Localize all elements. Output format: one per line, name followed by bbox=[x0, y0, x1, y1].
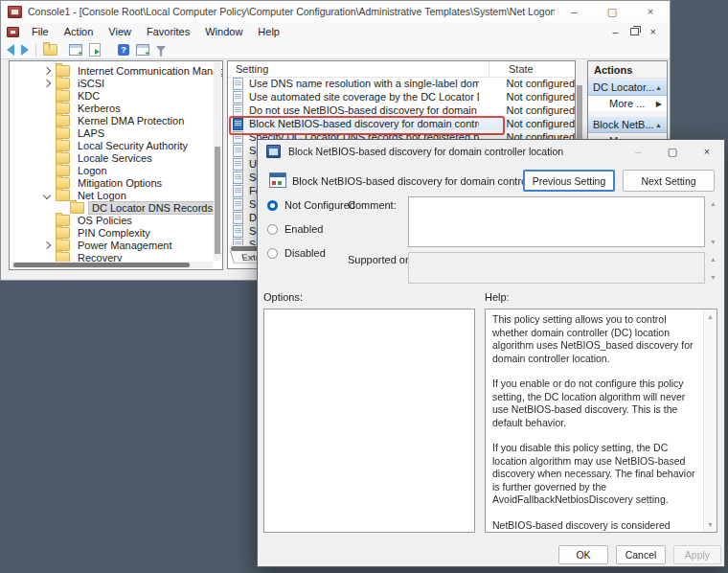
chevron-right-icon[interactable] bbox=[43, 79, 51, 86]
menu-favorites[interactable]: Favorites bbox=[139, 26, 197, 37]
policy-document-icon bbox=[233, 198, 243, 211]
tree-item-mitigation-options[interactable]: Mitigation Options bbox=[10, 176, 165, 189]
tree-item-label: Net Logon bbox=[75, 190, 129, 201]
menu-bar: FileActionViewFavoritesWindowHelp – × bbox=[1, 22, 670, 42]
tree-item-label: Logon bbox=[75, 165, 110, 176]
policy-document-icon bbox=[233, 91, 243, 103]
scroll-down-icon[interactable]: ▼ bbox=[710, 239, 717, 245]
menu-help[interactable]: Help bbox=[250, 26, 287, 37]
minimize-icon[interactable]: – bbox=[555, 1, 593, 22]
setting-state: Not configured bbox=[479, 78, 575, 89]
tree-item-label: Internet Communication Managem bbox=[75, 65, 223, 77]
radio-button-icon[interactable] bbox=[267, 248, 278, 259]
menu-action[interactable]: Action bbox=[57, 26, 102, 37]
maximize-icon[interactable]: ▢ bbox=[593, 1, 631, 22]
menu-file[interactable]: File bbox=[24, 26, 57, 37]
setting-row[interactable]: Do not use NetBIOS-based discovery for d… bbox=[228, 103, 575, 117]
previous-setting-button[interactable]: Previous Setting bbox=[523, 170, 615, 192]
collapse-arrow-icon[interactable]: ▲ bbox=[655, 84, 662, 91]
dialog-maximize-icon[interactable]: ▢ bbox=[655, 140, 690, 163]
show-hide-console-tree-icon[interactable] bbox=[69, 44, 82, 56]
actions-item-more-1[interactable]: More ... ▶ bbox=[588, 96, 667, 111]
tree-item-label: Power Management bbox=[75, 240, 174, 251]
setting-row[interactable]: Use DNS name resolution with a single-la… bbox=[228, 77, 575, 90]
setting-name: Block NetBIOS-based discovery for domain… bbox=[249, 118, 479, 129]
scroll-up-icon[interactable]: ▲ bbox=[707, 313, 714, 320]
filter-icon[interactable] bbox=[156, 46, 166, 57]
supported-on-label: Supported on: bbox=[348, 254, 414, 265]
toolbar: ? bbox=[1, 41, 670, 59]
ok-button[interactable]: OK bbox=[558, 545, 608, 564]
up-one-level-icon[interactable] bbox=[43, 44, 57, 56]
tree-item-dc-locator-dns-records[interactable]: DC Locator DNS Records bbox=[10, 201, 216, 214]
console-tree-pane: Internet Communication ManagemiSCSIKDCKe… bbox=[9, 60, 223, 270]
apply-button[interactable]: Apply bbox=[673, 545, 721, 564]
chevron-right-icon[interactable] bbox=[43, 66, 51, 74]
setting-name: Use DNS name resolution with a single-la… bbox=[249, 78, 479, 89]
comment-label: Comment: bbox=[348, 199, 397, 211]
tree-item-label: OS Policies bbox=[75, 215, 135, 226]
tree-item-internet-communication-managem[interactable]: Internet Communication Managem bbox=[10, 64, 223, 77]
collapse-arrow-icon[interactable]: ▲ bbox=[655, 122, 662, 128]
console-app-icon bbox=[8, 6, 22, 18]
chevron-right-icon[interactable] bbox=[43, 241, 51, 248]
toolbar-separator bbox=[35, 44, 36, 57]
tree-item-local-security-authority[interactable]: Local Security Authority bbox=[10, 139, 191, 151]
setting-state: Not configured bbox=[479, 104, 575, 116]
tree-vertical-scrollbar[interactable] bbox=[214, 62, 221, 261]
export-list-icon[interactable] bbox=[89, 43, 101, 57]
menu-window[interactable]: Window bbox=[197, 26, 250, 37]
radio-not-configured[interactable]: Not Configured bbox=[267, 199, 355, 211]
next-setting-button[interactable]: Next Setting bbox=[623, 170, 715, 192]
column-header-state[interactable]: State bbox=[489, 61, 575, 77]
cancel-button[interactable]: Cancel bbox=[616, 545, 666, 564]
mdi-restore-icon[interactable] bbox=[630, 28, 639, 35]
radio-button-icon[interactable] bbox=[267, 200, 278, 211]
scroll-down-icon: ▼ bbox=[710, 274, 717, 281]
policy-document-icon bbox=[233, 212, 243, 224]
tree-item-os-policies[interactable]: OS Policies bbox=[10, 214, 135, 226]
radio-disabled[interactable]: Disabled bbox=[267, 247, 326, 259]
setting-row[interactable]: Use automated site coverage by the DC Lo… bbox=[228, 90, 575, 103]
help-panel: This policy setting allows you to contro… bbox=[485, 309, 717, 533]
console-child-icon bbox=[7, 27, 19, 37]
tree-item-label: Kernel DMA Protection bbox=[75, 115, 187, 126]
column-header-setting[interactable]: Setting bbox=[228, 63, 489, 75]
tree-item-label: KDC bbox=[75, 90, 102, 102]
help-icon[interactable]: ? bbox=[118, 44, 129, 56]
dialog-close-icon[interactable]: × bbox=[690, 140, 724, 163]
mdi-close-icon[interactable]: × bbox=[650, 26, 656, 37]
actions-group-block-netbios[interactable]: Block NetB... ▲ bbox=[588, 116, 667, 133]
tree-item-locale-services[interactable]: Locale Services bbox=[10, 151, 155, 164]
tree-item-kerberos[interactable]: Kerberos bbox=[10, 102, 124, 114]
tree-horizontal-scrollbar[interactable] bbox=[11, 262, 213, 268]
setting-state: Not configured bbox=[479, 91, 575, 103]
actions-group-dc-locator[interactable]: DC Locator... ▲ bbox=[588, 79, 667, 96]
console-tree-icon[interactable] bbox=[136, 44, 149, 56]
setting-row[interactable]: Block NetBIOS-based discovery for domain… bbox=[228, 117, 575, 130]
scroll-down-icon[interactable]: ▼ bbox=[707, 521, 714, 528]
forward-icon[interactable] bbox=[21, 44, 29, 56]
folder-icon bbox=[70, 202, 84, 214]
close-icon[interactable]: × bbox=[631, 1, 670, 22]
policy-document-icon bbox=[233, 131, 243, 144]
folder-icon bbox=[56, 190, 70, 201]
mdi-minimize-icon[interactable]: – bbox=[612, 26, 618, 37]
tree-item-label: Mitigation Options bbox=[75, 177, 165, 189]
tree-item-kernel-dma-protection[interactable]: Kernel DMA Protection bbox=[10, 114, 187, 126]
tree-item-power-management[interactable]: Power Management bbox=[10, 239, 174, 251]
menu-view[interactable]: View bbox=[101, 26, 139, 37]
chevron-down-icon[interactable] bbox=[43, 191, 51, 198]
policy-document-icon bbox=[233, 225, 243, 238]
policy-document-icon bbox=[233, 104, 243, 117]
radio-enabled[interactable]: Enabled bbox=[267, 223, 323, 235]
scroll-up-icon[interactable]: ▲ bbox=[710, 200, 717, 207]
radio-button-icon[interactable] bbox=[267, 224, 278, 235]
back-icon[interactable] bbox=[7, 44, 14, 56]
comment-input[interactable] bbox=[408, 196, 705, 247]
setting-name: Use automated site coverage by the DC Lo… bbox=[249, 91, 479, 103]
help-scrollbar[interactable]: ▲ ▼ bbox=[703, 309, 717, 532]
tree-item-label: DC Locator DNS Records bbox=[89, 202, 216, 214]
tree-item-pin-complexity[interactable]: PIN Complexity bbox=[10, 226, 153, 239]
dialog-titlebar: Block NetBIOS-based discovery for domain… bbox=[258, 140, 724, 163]
